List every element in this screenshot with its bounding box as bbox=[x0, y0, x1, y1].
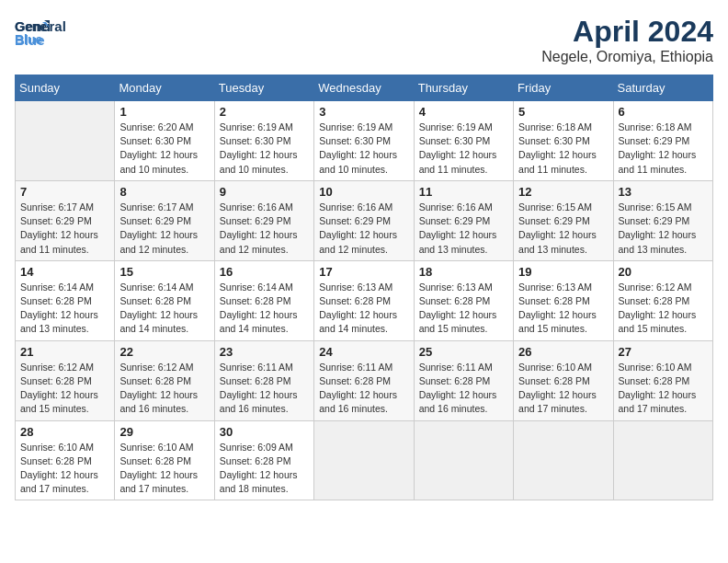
day-number: 26 bbox=[518, 345, 608, 359]
calendar-cell bbox=[414, 420, 513, 500]
day-number: 18 bbox=[419, 265, 508, 279]
day-info: Sunrise: 6:13 AM Sunset: 6:28 PM Dayligh… bbox=[419, 281, 508, 337]
day-info: Sunrise: 6:10 AM Sunset: 6:28 PM Dayligh… bbox=[619, 361, 708, 417]
svg-text:Blue: Blue bbox=[15, 32, 43, 47]
day-info: Sunrise: 6:16 AM Sunset: 6:29 PM Dayligh… bbox=[220, 201, 309, 257]
day-info: Sunrise: 6:15 AM Sunset: 6:29 PM Dayligh… bbox=[518, 201, 608, 257]
logo: General Blue General Blue bbox=[15, 15, 66, 48]
day-number: 21 bbox=[20, 345, 109, 359]
logo-icon: General Blue bbox=[15, 15, 50, 50]
day-number: 17 bbox=[319, 265, 408, 279]
calendar-cell: 26Sunrise: 6:10 AM Sunset: 6:28 PM Dayli… bbox=[514, 340, 613, 420]
day-info: Sunrise: 6:17 AM Sunset: 6:29 PM Dayligh… bbox=[119, 201, 209, 257]
day-info: Sunrise: 6:11 AM Sunset: 6:28 PM Dayligh… bbox=[419, 361, 508, 417]
calendar-cell: 2Sunrise: 6:19 AM Sunset: 6:30 PM Daylig… bbox=[214, 101, 313, 181]
day-info: Sunrise: 6:14 AM Sunset: 6:28 PM Dayligh… bbox=[119, 281, 209, 337]
day-number: 4 bbox=[419, 105, 508, 119]
day-number: 8 bbox=[119, 185, 209, 199]
day-info: Sunrise: 6:11 AM Sunset: 6:28 PM Dayligh… bbox=[220, 361, 309, 417]
day-number: 29 bbox=[119, 425, 209, 439]
calendar-cell: 17Sunrise: 6:13 AM Sunset: 6:28 PM Dayli… bbox=[314, 260, 414, 340]
calendar-cell: 10Sunrise: 6:16 AM Sunset: 6:29 PM Dayli… bbox=[314, 180, 414, 260]
calendar-cell: 15Sunrise: 6:14 AM Sunset: 6:28 PM Dayli… bbox=[115, 260, 214, 340]
day-number: 5 bbox=[518, 105, 608, 119]
day-number: 6 bbox=[619, 105, 708, 119]
day-info: Sunrise: 6:14 AM Sunset: 6:28 PM Dayligh… bbox=[20, 281, 109, 337]
week-row-4: 21Sunrise: 6:12 AM Sunset: 6:28 PM Dayli… bbox=[16, 340, 713, 420]
day-info: Sunrise: 6:12 AM Sunset: 6:28 PM Dayligh… bbox=[619, 281, 708, 337]
day-number: 23 bbox=[220, 345, 309, 359]
week-row-2: 7Sunrise: 6:17 AM Sunset: 6:29 PM Daylig… bbox=[16, 180, 713, 260]
calendar-cell: 30Sunrise: 6:09 AM Sunset: 6:28 PM Dayli… bbox=[214, 420, 313, 500]
day-info: Sunrise: 6:12 AM Sunset: 6:28 PM Dayligh… bbox=[20, 361, 109, 417]
calendar-cell: 25Sunrise: 6:11 AM Sunset: 6:28 PM Dayli… bbox=[414, 340, 513, 420]
day-number: 27 bbox=[619, 345, 708, 359]
calendar-body: 1Sunrise: 6:20 AM Sunset: 6:30 PM Daylig… bbox=[16, 101, 713, 500]
day-info: Sunrise: 6:18 AM Sunset: 6:29 PM Dayligh… bbox=[619, 121, 708, 177]
week-row-1: 1Sunrise: 6:20 AM Sunset: 6:30 PM Daylig… bbox=[16, 101, 713, 181]
calendar-cell bbox=[613, 420, 712, 500]
header-wednesday: Wednesday bbox=[314, 75, 414, 101]
calendar-cell: 24Sunrise: 6:11 AM Sunset: 6:28 PM Dayli… bbox=[314, 340, 414, 420]
day-number: 16 bbox=[220, 265, 309, 279]
calendar-cell: 6Sunrise: 6:18 AM Sunset: 6:29 PM Daylig… bbox=[613, 101, 712, 181]
calendar-cell: 7Sunrise: 6:17 AM Sunset: 6:29 PM Daylig… bbox=[16, 180, 115, 260]
page-header: General Blue General Blue April 2024 Neg… bbox=[15, 15, 713, 65]
day-number: 9 bbox=[220, 185, 309, 199]
day-number: 15 bbox=[119, 265, 209, 279]
calendar-header-row: SundayMondayTuesdayWednesdayThursdayFrid… bbox=[16, 75, 713, 101]
day-info: Sunrise: 6:10 AM Sunset: 6:28 PM Dayligh… bbox=[20, 441, 109, 497]
calendar-cell: 23Sunrise: 6:11 AM Sunset: 6:28 PM Dayli… bbox=[214, 340, 313, 420]
day-info: Sunrise: 6:15 AM Sunset: 6:29 PM Dayligh… bbox=[619, 201, 708, 257]
header-thursday: Thursday bbox=[414, 75, 513, 101]
day-number: 30 bbox=[220, 425, 309, 439]
day-number: 20 bbox=[619, 265, 708, 279]
day-number: 11 bbox=[419, 185, 508, 199]
day-info: Sunrise: 6:19 AM Sunset: 6:30 PM Dayligh… bbox=[319, 121, 408, 177]
calendar-cell: 3Sunrise: 6:19 AM Sunset: 6:30 PM Daylig… bbox=[314, 101, 414, 181]
calendar-cell: 11Sunrise: 6:16 AM Sunset: 6:29 PM Dayli… bbox=[414, 180, 513, 260]
calendar-cell: 28Sunrise: 6:10 AM Sunset: 6:28 PM Dayli… bbox=[16, 420, 115, 500]
month-title: April 2024 bbox=[541, 15, 713, 49]
header-sunday: Sunday bbox=[16, 75, 115, 101]
calendar-table: SundayMondayTuesdayWednesdayThursdayFrid… bbox=[15, 75, 713, 500]
day-number: 13 bbox=[619, 185, 708, 199]
week-row-3: 14Sunrise: 6:14 AM Sunset: 6:28 PM Dayli… bbox=[16, 260, 713, 340]
calendar-cell: 16Sunrise: 6:14 AM Sunset: 6:28 PM Dayli… bbox=[214, 260, 313, 340]
calendar-cell: 27Sunrise: 6:10 AM Sunset: 6:28 PM Dayli… bbox=[613, 340, 712, 420]
calendar-cell bbox=[314, 420, 414, 500]
calendar-cell: 20Sunrise: 6:12 AM Sunset: 6:28 PM Dayli… bbox=[613, 260, 712, 340]
location: Negele, Oromiya, Ethiopia bbox=[541, 49, 713, 65]
calendar-cell: 12Sunrise: 6:15 AM Sunset: 6:29 PM Dayli… bbox=[514, 180, 613, 260]
day-number: 12 bbox=[518, 185, 608, 199]
calendar-cell bbox=[16, 101, 115, 181]
day-info: Sunrise: 6:12 AM Sunset: 6:28 PM Dayligh… bbox=[119, 361, 209, 417]
day-info: Sunrise: 6:13 AM Sunset: 6:28 PM Dayligh… bbox=[518, 281, 608, 337]
title-area: April 2024 Negele, Oromiya, Ethiopia bbox=[541, 15, 713, 65]
calendar-cell: 5Sunrise: 6:18 AM Sunset: 6:30 PM Daylig… bbox=[514, 101, 613, 181]
day-info: Sunrise: 6:11 AM Sunset: 6:28 PM Dayligh… bbox=[319, 361, 408, 417]
week-row-5: 28Sunrise: 6:10 AM Sunset: 6:28 PM Dayli… bbox=[16, 420, 713, 500]
header-saturday: Saturday bbox=[613, 75, 712, 101]
calendar-cell: 8Sunrise: 6:17 AM Sunset: 6:29 PM Daylig… bbox=[115, 180, 214, 260]
calendar-cell: 18Sunrise: 6:13 AM Sunset: 6:28 PM Dayli… bbox=[414, 260, 513, 340]
day-info: Sunrise: 6:20 AM Sunset: 6:30 PM Dayligh… bbox=[119, 121, 209, 177]
day-number: 22 bbox=[119, 345, 209, 359]
calendar-cell: 29Sunrise: 6:10 AM Sunset: 6:28 PM Dayli… bbox=[115, 420, 214, 500]
calendar-cell bbox=[514, 420, 613, 500]
day-number: 25 bbox=[419, 345, 508, 359]
day-info: Sunrise: 6:10 AM Sunset: 6:28 PM Dayligh… bbox=[518, 361, 608, 417]
day-number: 3 bbox=[319, 105, 408, 119]
day-info: Sunrise: 6:10 AM Sunset: 6:28 PM Dayligh… bbox=[119, 441, 209, 497]
day-info: Sunrise: 6:18 AM Sunset: 6:30 PM Dayligh… bbox=[518, 121, 608, 177]
calendar-cell: 4Sunrise: 6:19 AM Sunset: 6:30 PM Daylig… bbox=[414, 101, 513, 181]
day-number: 7 bbox=[20, 185, 109, 199]
calendar-cell: 21Sunrise: 6:12 AM Sunset: 6:28 PM Dayli… bbox=[16, 340, 115, 420]
day-number: 19 bbox=[518, 265, 608, 279]
day-info: Sunrise: 6:13 AM Sunset: 6:28 PM Dayligh… bbox=[319, 281, 408, 337]
header-tuesday: Tuesday bbox=[214, 75, 313, 101]
day-info: Sunrise: 6:09 AM Sunset: 6:28 PM Dayligh… bbox=[220, 441, 309, 497]
calendar-cell: 9Sunrise: 6:16 AM Sunset: 6:29 PM Daylig… bbox=[214, 180, 313, 260]
calendar-cell: 22Sunrise: 6:12 AM Sunset: 6:28 PM Dayli… bbox=[115, 340, 214, 420]
calendar-cell: 19Sunrise: 6:13 AM Sunset: 6:28 PM Dayli… bbox=[514, 260, 613, 340]
